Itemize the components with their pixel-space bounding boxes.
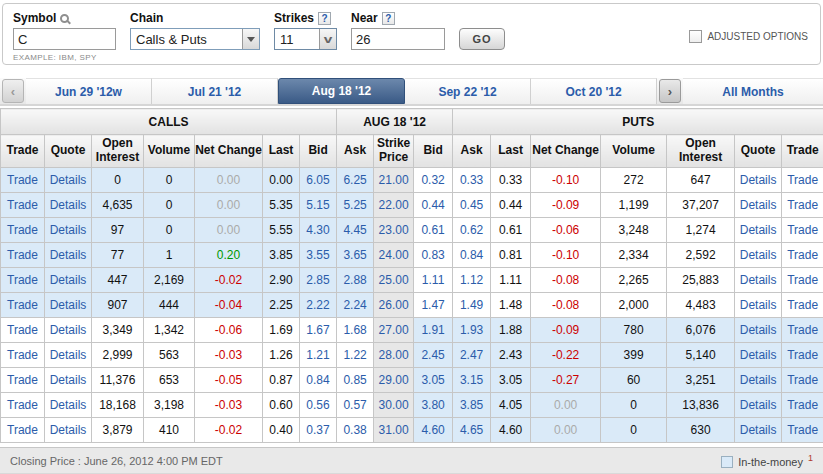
calls-trade-link[interactable]: Trade: [1, 393, 45, 418]
puts-trade-link[interactable]: Trade: [782, 418, 823, 443]
puts-ask[interactable]: 1.49: [453, 293, 491, 318]
tab-all-months[interactable]: All Months: [683, 78, 823, 104]
puts-ask[interactable]: 3.15: [453, 368, 491, 393]
calls-ask[interactable]: 2.88: [337, 268, 374, 293]
calls-details-link[interactable]: Details: [45, 318, 92, 343]
puts-details-link[interactable]: Details: [735, 393, 782, 418]
puts-details-link[interactable]: Details: [735, 318, 782, 343]
puts-trade-link[interactable]: Trade: [782, 343, 823, 368]
calls-bid[interactable]: 0.37: [300, 418, 337, 443]
strike-price[interactable]: 25.00: [374, 268, 414, 293]
puts-bid[interactable]: 3.05: [414, 368, 453, 393]
puts-bid[interactable]: 4.60: [414, 418, 453, 443]
calls-details-link[interactable]: Details: [45, 243, 92, 268]
calls-trade-link[interactable]: Trade: [1, 193, 45, 218]
puts-details-link[interactable]: Details: [735, 418, 782, 443]
puts-ask[interactable]: 1.93: [453, 318, 491, 343]
tab-jun-29-12w[interactable]: Jun 29 '12w: [26, 78, 152, 104]
calls-bid[interactable]: 4.30: [300, 218, 337, 243]
calls-bid[interactable]: 5.15: [300, 193, 337, 218]
calls-trade-link[interactable]: Trade: [1, 318, 45, 343]
puts-details-link[interactable]: Details: [735, 243, 782, 268]
puts-details-link[interactable]: Details: [735, 343, 782, 368]
puts-details-link[interactable]: Details: [735, 218, 782, 243]
calls-trade-link[interactable]: Trade: [1, 293, 45, 318]
calls-ask[interactable]: 0.85: [337, 368, 374, 393]
puts-details-link[interactable]: Details: [735, 368, 782, 393]
prev-expirations-arrow[interactable]: ‹: [2, 79, 24, 103]
calls-trade-link[interactable]: Trade: [1, 418, 45, 443]
puts-ask[interactable]: 0.62: [453, 218, 491, 243]
next-expirations-arrow[interactable]: ›: [659, 79, 681, 103]
tab-oct-20-12[interactable]: Oct 20 '12: [531, 78, 657, 104]
strike-price[interactable]: 22.00: [374, 193, 414, 218]
calls-bid[interactable]: 2.85: [300, 268, 337, 293]
calls-ask[interactable]: 1.68: [337, 318, 374, 343]
puts-bid[interactable]: 1.47: [414, 293, 453, 318]
puts-bid[interactable]: 0.44: [414, 193, 453, 218]
search-icon[interactable]: [60, 14, 69, 23]
puts-ask[interactable]: 0.84: [453, 243, 491, 268]
puts-ask[interactable]: 1.12: [453, 268, 491, 293]
puts-details-link[interactable]: Details: [735, 168, 782, 193]
calls-ask[interactable]: 4.45: [337, 218, 374, 243]
calls-ask[interactable]: 1.22: [337, 343, 374, 368]
puts-ask[interactable]: 0.33: [453, 168, 491, 193]
strike-price[interactable]: 24.00: [374, 243, 414, 268]
puts-bid[interactable]: 0.61: [414, 218, 453, 243]
puts-details-link[interactable]: Details: [735, 193, 782, 218]
puts-bid[interactable]: 1.11: [414, 268, 453, 293]
strike-price[interactable]: 21.00: [374, 168, 414, 193]
calls-bid[interactable]: 3.55: [300, 243, 337, 268]
go-button[interactable]: GO: [459, 28, 505, 50]
calls-details-link[interactable]: Details: [45, 293, 92, 318]
calls-trade-link[interactable]: Trade: [1, 343, 45, 368]
puts-ask[interactable]: 0.45: [453, 193, 491, 218]
strikes-select[interactable]: 11 v: [274, 28, 337, 50]
calls-bid[interactable]: 2.22: [300, 293, 337, 318]
puts-trade-link[interactable]: Trade: [782, 168, 823, 193]
calls-bid[interactable]: 0.56: [300, 393, 337, 418]
chain-select[interactable]: Calls & Puts: [130, 28, 260, 50]
calls-details-link[interactable]: Details: [45, 193, 92, 218]
calls-trade-link[interactable]: Trade: [1, 168, 45, 193]
strike-price[interactable]: 30.00: [374, 393, 414, 418]
strike-price[interactable]: 29.00: [374, 368, 414, 393]
tab-sep-22-12[interactable]: Sep 22 '12: [405, 78, 531, 104]
calls-trade-link[interactable]: Trade: [1, 218, 45, 243]
puts-trade-link[interactable]: Trade: [782, 318, 823, 343]
calls-ask[interactable]: 3.65: [337, 243, 374, 268]
calls-details-link[interactable]: Details: [45, 418, 92, 443]
calls-details-link[interactable]: Details: [45, 168, 92, 193]
calls-trade-link[interactable]: Trade: [1, 268, 45, 293]
calls-trade-link[interactable]: Trade: [1, 368, 45, 393]
strike-price[interactable]: 26.00: [374, 293, 414, 318]
near-input[interactable]: [351, 28, 445, 50]
calls-bid[interactable]: 6.05: [300, 168, 337, 193]
puts-ask[interactable]: 4.65: [453, 418, 491, 443]
strike-price[interactable]: 23.00: [374, 218, 414, 243]
symbol-input[interactable]: [13, 28, 116, 50]
puts-trade-link[interactable]: Trade: [782, 218, 823, 243]
strike-price[interactable]: 28.00: [374, 343, 414, 368]
calls-details-link[interactable]: Details: [45, 218, 92, 243]
puts-trade-link[interactable]: Trade: [782, 393, 823, 418]
puts-trade-link[interactable]: Trade: [782, 368, 823, 393]
puts-bid[interactable]: 1.91: [414, 318, 453, 343]
calls-details-link[interactable]: Details: [45, 343, 92, 368]
calls-bid[interactable]: 1.21: [300, 343, 337, 368]
calls-details-link[interactable]: Details: [45, 268, 92, 293]
puts-bid[interactable]: 0.83: [414, 243, 453, 268]
calls-bid[interactable]: 0.84: [300, 368, 337, 393]
strikes-help-icon[interactable]: ?: [318, 12, 331, 25]
calls-ask[interactable]: 2.24: [337, 293, 374, 318]
puts-ask[interactable]: 3.85: [453, 393, 491, 418]
calls-details-link[interactable]: Details: [45, 368, 92, 393]
strikes-dropdown-button[interactable]: v: [319, 29, 336, 49]
puts-bid[interactable]: 2.45: [414, 343, 453, 368]
puts-trade-link[interactable]: Trade: [782, 243, 823, 268]
puts-trade-link[interactable]: Trade: [782, 193, 823, 218]
calls-bid[interactable]: 1.67: [300, 318, 337, 343]
puts-ask[interactable]: 2.47: [453, 343, 491, 368]
puts-trade-link[interactable]: Trade: [782, 293, 823, 318]
